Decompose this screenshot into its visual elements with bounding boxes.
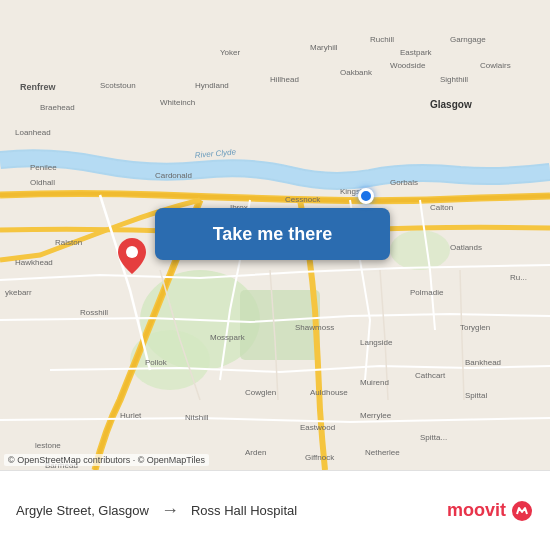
- svg-text:Hawkhead: Hawkhead: [15, 258, 53, 267]
- svg-text:Woodside: Woodside: [390, 61, 426, 70]
- svg-text:Mosspark: Mosspark: [210, 333, 246, 342]
- svg-text:Polmadie: Polmadie: [410, 288, 444, 297]
- route-info: Argyle Street, Glasgow → Ross Hall Hospi…: [16, 500, 447, 521]
- svg-point-4: [390, 230, 450, 270]
- svg-text:Whiteinch: Whiteinch: [160, 98, 195, 107]
- svg-text:Giffnock: Giffnock: [305, 453, 335, 462]
- svg-text:Cowlairs: Cowlairs: [480, 61, 511, 70]
- svg-text:Sighthill: Sighthill: [440, 75, 468, 84]
- svg-text:Arden: Arden: [245, 448, 266, 457]
- route-destination: Ross Hall Hospital: [191, 503, 297, 518]
- svg-text:Rosshill: Rosshill: [80, 308, 108, 317]
- svg-text:Langside: Langside: [360, 338, 393, 347]
- svg-text:Penilee: Penilee: [30, 163, 57, 172]
- svg-text:Cathcart: Cathcart: [415, 371, 446, 380]
- svg-text:Hillhead: Hillhead: [270, 75, 299, 84]
- svg-text:Renfrew: Renfrew: [20, 82, 57, 92]
- svg-text:Pollok: Pollok: [145, 358, 168, 367]
- svg-text:Merrylee: Merrylee: [360, 411, 392, 420]
- map-attribution: © OpenStreetMap contributors · © OpenMap…: [4, 454, 209, 466]
- svg-text:Hurlet: Hurlet: [120, 411, 142, 420]
- bottom-bar: Argyle Street, Glasgow → Ross Hall Hospi…: [0, 470, 550, 550]
- svg-text:Bankhead: Bankhead: [465, 358, 501, 367]
- svg-text:lestone: lestone: [35, 441, 61, 450]
- svg-text:Maryhill: Maryhill: [310, 43, 338, 52]
- route-arrow-icon: →: [161, 500, 179, 521]
- svg-text:Eastwood: Eastwood: [300, 423, 335, 432]
- svg-text:Cowglen: Cowglen: [245, 388, 276, 397]
- svg-text:Garngage: Garngage: [450, 35, 486, 44]
- destination-pin: [118, 238, 146, 278]
- svg-text:Netherlee: Netherlee: [365, 448, 400, 457]
- svg-text:Spittal: Spittal: [465, 391, 487, 400]
- svg-text:Muirend: Muirend: [360, 378, 389, 387]
- svg-text:Spitta...: Spitta...: [420, 433, 447, 442]
- svg-text:Eastpark: Eastpark: [400, 48, 433, 57]
- svg-text:ykebarr: ykebarr: [5, 288, 32, 297]
- svg-text:Loanhead: Loanhead: [15, 128, 51, 137]
- svg-text:Shawmoss: Shawmoss: [295, 323, 334, 332]
- svg-text:Calton: Calton: [430, 203, 453, 212]
- svg-point-60: [126, 246, 138, 258]
- svg-text:Yoker: Yoker: [220, 48, 241, 57]
- take-me-there-button[interactable]: Take me there: [155, 208, 390, 260]
- svg-text:Glasgow: Glasgow: [430, 99, 472, 110]
- svg-text:Toryglen: Toryglen: [460, 323, 490, 332]
- svg-text:Braehead: Braehead: [40, 103, 75, 112]
- svg-text:Gorbals: Gorbals: [390, 178, 418, 187]
- moovit-brand-text: moovit: [447, 500, 506, 521]
- svg-text:Nitshill: Nitshill: [185, 413, 209, 422]
- svg-text:Oatlands: Oatlands: [450, 243, 482, 252]
- svg-text:Cessnock: Cessnock: [285, 195, 321, 204]
- svg-text:Cardonald: Cardonald: [155, 171, 192, 180]
- svg-text:Auldhouse: Auldhouse: [310, 388, 348, 397]
- svg-text:Scotstoun: Scotstoun: [100, 81, 136, 90]
- route-origin: Argyle Street, Glasgow: [16, 503, 149, 518]
- svg-text:Ruchill: Ruchill: [370, 35, 394, 44]
- origin-dot: [358, 188, 374, 204]
- moovit-logo: moovit: [447, 499, 534, 523]
- moovit-logo-icon: [510, 499, 534, 523]
- map-container: River Clyde Renfrew Loanhead Braehead Sc…: [0, 0, 550, 470]
- svg-text:Oldhall: Oldhall: [30, 178, 55, 187]
- svg-text:Ralston: Ralston: [55, 238, 82, 247]
- svg-text:Ru...: Ru...: [510, 273, 527, 282]
- svg-text:Hyndland: Hyndland: [195, 81, 229, 90]
- svg-text:Oakbank: Oakbank: [340, 68, 373, 77]
